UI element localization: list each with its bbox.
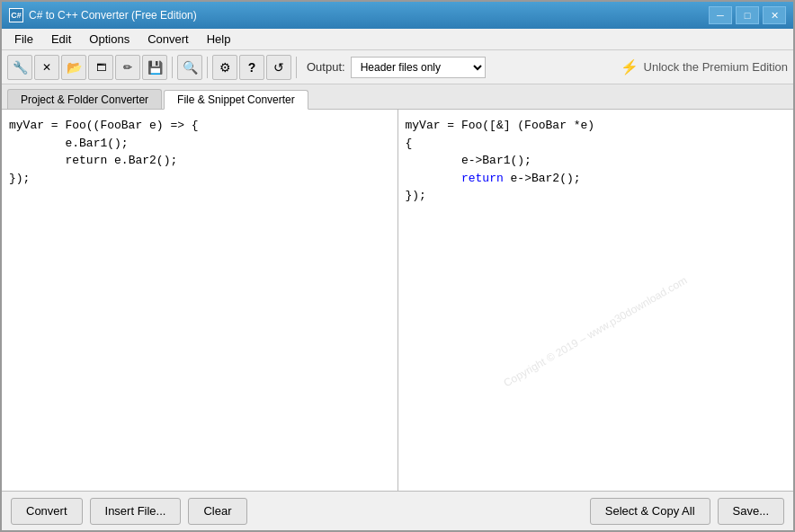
save-button[interactable]: Save... — [718, 498, 784, 525]
toolbar-sep-3 — [296, 57, 297, 78]
right-code-display: myVar = Foo([&] (FooBar *e) { e->Bar1();… — [398, 110, 794, 491]
toolbar-new-btn[interactable]: 🔧 — [7, 55, 32, 80]
toolbar-save-btn[interactable]: 💾 — [142, 55, 167, 80]
select-copy-button[interactable]: Select & Copy All — [590, 498, 710, 525]
menu-file[interactable]: File — [5, 30, 42, 49]
toolbar-search-btn[interactable]: 🔍 — [177, 55, 202, 80]
convert-button[interactable]: Convert — [11, 498, 83, 525]
toolbar-help-btn[interactable]: ? — [239, 55, 264, 80]
maximize-button[interactable]: □ — [736, 6, 759, 24]
tab-file-snippet[interactable]: File & Snippet Converter — [164, 90, 308, 110]
toolbar-sep-1 — [172, 57, 173, 78]
app-icon: C# — [9, 8, 23, 22]
tabs-bar: Project & Folder Converter File & Snippe… — [2, 84, 793, 110]
premium-text[interactable]: Unlock the Premium Edition — [644, 60, 788, 74]
menu-edit[interactable]: Edit — [42, 30, 80, 49]
menu-bar: File Edit Options Convert Help — [2, 29, 793, 50]
output-label: Output: — [307, 60, 345, 74]
insert-file-button[interactable]: Insert File... — [90, 498, 182, 525]
title-bar: C# C# to C++ Converter (Free Edition) ─ … — [2, 2, 793, 29]
bottom-right: Select & Copy All Save... — [590, 498, 784, 525]
toolbar-sep-2 — [207, 57, 208, 78]
menu-help[interactable]: Help — [198, 30, 240, 49]
minimize-button[interactable]: ─ — [709, 6, 732, 24]
output-select[interactable]: Header files only Source files only Both — [351, 57, 486, 78]
premium-section: ⚡ Unlock the Premium Edition — [621, 58, 788, 75]
main-content: myVar = Foo((FooBar e) => { e.Bar1(); re… — [2, 110, 793, 491]
toolbar: 🔧 ✕ 📂 🗔 ✏ 💾 🔍 ⚙ ? ↺ Output: Header files… — [2, 50, 793, 84]
clear-button[interactable]: Clear — [188, 498, 246, 525]
premium-icon: ⚡ — [621, 58, 639, 75]
title-buttons: ─ □ ✕ — [709, 6, 786, 24]
tab-project-folder[interactable]: Project & Folder Converter — [7, 89, 162, 109]
left-code-panel: myVar = Foo((FooBar e) => { e.Bar1(); re… — [2, 110, 398, 491]
close-button[interactable]: ✕ — [763, 6, 786, 24]
toolbar-close-btn[interactable]: ✕ — [34, 55, 59, 80]
title-text: C# to C++ Converter (Free Edition) — [29, 9, 197, 22]
bottom-bar: Convert Insert File... Clear Select & Co… — [2, 491, 793, 530]
right-code-panel: myVar = Foo([&] (FooBar *e) { e->Bar1();… — [398, 110, 794, 491]
toolbar-settings-btn[interactable]: ⚙ — [212, 55, 237, 80]
menu-convert[interactable]: Convert — [138, 30, 198, 49]
left-code-area[interactable]: myVar = Foo((FooBar e) => { e.Bar1(); re… — [2, 110, 398, 491]
title-bar-left: C# C# to C++ Converter (Free Edition) — [9, 8, 197, 22]
toolbar-edit-btn[interactable]: ✏ — [115, 55, 140, 80]
toolbar-refresh-btn[interactable]: ↺ — [266, 55, 291, 80]
toolbar-folder-btn[interactable]: 📂 — [61, 55, 86, 80]
menu-options[interactable]: Options — [80, 30, 138, 49]
toolbar-window-btn[interactable]: 🗔 — [88, 55, 113, 80]
